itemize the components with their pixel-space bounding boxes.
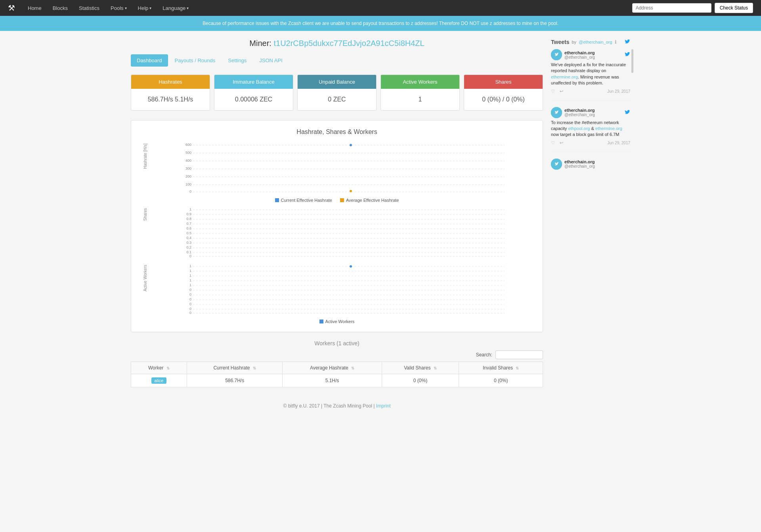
svg-text:300: 300 [185, 166, 191, 170]
svg-text:0: 0 [189, 307, 191, 311]
tweet-2-actions: ♡ ↩ Jun 29, 2017 [551, 140, 630, 145]
invalid-shares-cell: 0 (0%) [459, 374, 543, 387]
tab-settings[interactable]: Settings [222, 54, 252, 67]
legend-active-workers: Active Workers [319, 319, 355, 324]
shares-y-label: Shares [141, 207, 149, 222]
retweet-icon-2 [625, 110, 630, 115]
col-average-hashrate[interactable]: Average Hashrate ⇅ [283, 362, 382, 374]
average-hashrate-dot [340, 198, 344, 202]
col-valid-shares[interactable]: Valid Shares ⇅ [382, 362, 459, 374]
shares-card: Shares 0 (0%) / 0 (0%) [464, 75, 543, 111]
nav-statistics[interactable]: Statistics [74, 2, 104, 14]
nav-language[interactable]: Language ▾ [158, 2, 193, 14]
col-worker[interactable]: Worker ⇅ [131, 362, 187, 374]
invalid-shares-sort-icon[interactable]: ⇅ [516, 366, 519, 370]
scrollbar-indicator[interactable] [631, 49, 633, 73]
miner-title: Miner: t1U2rCBp5dukxc77EdJvjo2A91cC5i8H4… [131, 39, 543, 48]
workers-table: Worker ⇅ Current Hashrate ⇅ Average Hash… [131, 362, 543, 387]
info-icon[interactable]: ℹ [615, 39, 617, 45]
workers-table-body: alice 586.7H/s 5.1H/s 0 (0%) 0 (0%) [131, 374, 543, 387]
avatar-icon-2 [551, 107, 562, 118]
col-invalid-shares[interactable]: Invalid Shares ⇅ [459, 362, 543, 374]
tweet-item-3: etherchain.org @etherchain_org [551, 159, 630, 178]
search-label: Search: [476, 352, 492, 358]
average-hashrate-cell: 5.1H/s [283, 374, 382, 387]
navbar: ⚒ Home Blocks Statistics Pools ▾ Help ▾ … [0, 0, 761, 16]
nav-blocks[interactable]: Blocks [48, 2, 73, 14]
tweet-2-date: Jun 29, 2017 [607, 141, 630, 145]
chart-section: Hashrate, Shares & Workers Hashrate [H/s… [131, 120, 543, 332]
tweet-1-like[interactable]: ♡ [551, 89, 555, 94]
ethpool-link[interactable]: ethpool.org [568, 126, 590, 131]
nav-pools[interactable]: Pools ▾ [106, 2, 132, 14]
workers-table-head: Worker ⇅ Current Hashrate ⇅ Average Hash… [131, 362, 543, 374]
nav-menu: Home Blocks Statistics Pools ▾ Help ▾ La… [23, 2, 632, 14]
tweet-2-like[interactable]: ♡ [551, 140, 555, 145]
miner-address[interactable]: t1U2rCBp5dukxc77EdJvjo2A91cC5i8H4ZL [273, 39, 424, 48]
svg-text:0: 0 [189, 293, 191, 297]
tweet-1-retweet[interactable]: ↩ [560, 89, 563, 94]
unpaid-balance-header: Unpaid Balance [298, 75, 376, 89]
svg-text:0: 0 [189, 254, 191, 258]
current-hashrate-cell: 586.7H/s [187, 374, 283, 387]
hashrates-header: Hashrates [131, 75, 210, 89]
tweet-3-user-info: etherchain.org @etherchain_org [564, 159, 595, 168]
hashrates-value: 586.7H/s 5.1H/s [131, 89, 210, 110]
tweets-handle[interactable]: @etherchain_org [579, 40, 612, 44]
imprint-link[interactable]: Imprint [376, 403, 391, 409]
help-dropdown-arrow: ▾ [149, 6, 151, 10]
ethermine-link-2[interactable]: ethermine.org [595, 126, 622, 131]
workers-search-input[interactable] [495, 350, 543, 359]
shares-chart-area: Shares 1 0.9 0.8 0.7 0.6 0.5 0.4 0.3 0.2… [139, 207, 535, 259]
current-hashrate-sort-icon[interactable]: ⇅ [253, 366, 256, 370]
tweets-panel: Tweets by @etherchain_org ℹ [551, 39, 630, 178]
workers-header-row: Worker ⇅ Current Hashrate ⇅ Average Hash… [131, 362, 543, 374]
shares-svg: 1 0.9 0.8 0.7 0.6 0.5 0.4 0.3 0.2 0.1 0 [151, 207, 535, 258]
main-content: Miner: t1U2rCBp5dukxc77EdJvjo2A91cC5i8H4… [131, 39, 543, 417]
avatar-icon-3 [551, 159, 562, 170]
svg-text:0: 0 [189, 311, 191, 315]
stat-cards: Hashrates 586.7H/s 5.1H/s Immature Balan… [131, 75, 543, 111]
svg-text:0: 0 [189, 302, 191, 306]
pools-dropdown-arrow: ▾ [125, 6, 127, 10]
tab-dashboard[interactable]: Dashboard [131, 54, 168, 67]
tweet-2-user-info: etherchain.org @etherchain_org [564, 108, 595, 117]
nav-help[interactable]: Help ▾ [133, 2, 157, 14]
tweet-1-date: Jun 29, 2017 [607, 89, 630, 94]
shares-value: 0 (0%) / 0 (0%) [464, 89, 543, 110]
tweet-2-retweet[interactable]: ↩ [560, 140, 563, 145]
col-current-hashrate[interactable]: Current Hashrate ⇅ [187, 362, 283, 374]
worker-sort-icon[interactable]: ⇅ [166, 366, 170, 370]
hashrate-chart-area: Hashrate [H/s] 600 500 400 300 200 100 0 [139, 142, 535, 195]
valid-shares-sort-icon[interactable]: ⇅ [434, 366, 437, 370]
svg-text:1: 1 [189, 207, 191, 211]
nav-home[interactable]: Home [23, 2, 46, 14]
svg-text:0: 0 [189, 288, 191, 292]
tweet-3-avatar [551, 159, 562, 170]
tweet-1-text: We've deployed a fix for the inaccurate … [551, 62, 630, 86]
svg-text:200: 200 [185, 174, 191, 178]
sidebar: Tweets by @etherchain_org ℹ [551, 39, 630, 417]
tweet-1-user-row: etherchain.org @etherchain_org [551, 49, 630, 60]
svg-text:1: 1 [189, 274, 191, 277]
table-row: alice 586.7H/s 5.1H/s 0 (0%) 0 (0%) [131, 374, 543, 387]
address-input[interactable] [632, 3, 711, 13]
workers-chart-inner: 1 1 1 1 1 0 0 0 0 0 0 [151, 263, 535, 316]
tab-payouts-rounds[interactable]: Payouts / Rounds [169, 54, 222, 67]
workers-title: Workers (1 active) [131, 340, 543, 346]
tab-json-api[interactable]: JSON API [253, 54, 289, 67]
ethermine-link[interactable]: ethermine.org [551, 75, 578, 79]
hashrate-chart-inner: 600 500 400 300 200 100 0 [151, 142, 535, 195]
worker-name-cell: alice [131, 374, 187, 387]
hashrate-svg: 600 500 400 300 200 100 0 [151, 142, 535, 193]
footer: © bitfly e.U. 2017 | The Zcash Mining Po… [131, 395, 543, 417]
tweet-1-actions: ♡ ↩ Jun 29, 2017 [551, 89, 630, 94]
tweet-2-avatar [551, 107, 562, 118]
shares-header: Shares [464, 75, 543, 89]
svg-text:0.8: 0.8 [186, 217, 191, 221]
check-status-button[interactable]: Check Status [715, 3, 753, 13]
tweet-3-user-row: etherchain.org @etherchain_org [551, 159, 630, 170]
svg-text:1: 1 [189, 264, 191, 268]
svg-text:0.3: 0.3 [186, 241, 191, 245]
average-hashrate-sort-icon[interactable]: ⇅ [351, 366, 354, 370]
